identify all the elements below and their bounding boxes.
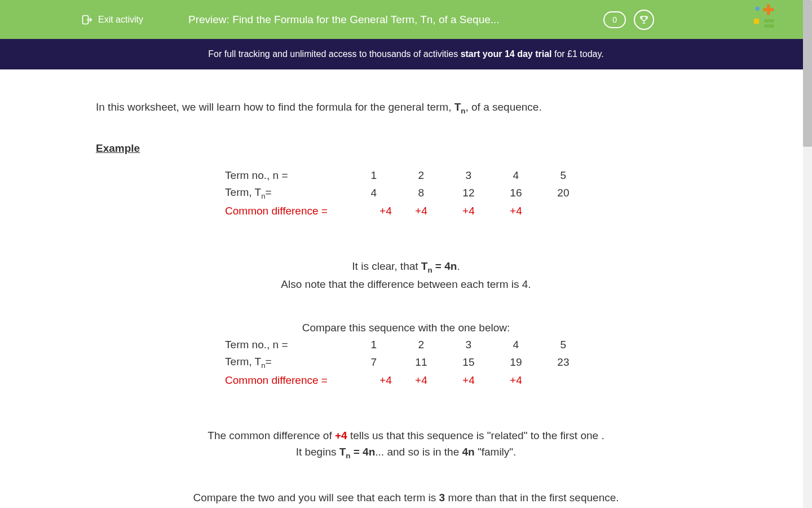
scrollbar[interactable] — [803, 0, 812, 508]
cell: +4 — [350, 203, 398, 220]
cell: 8 — [398, 184, 445, 203]
lbl-sub: n — [261, 361, 265, 370]
cell: 3 — [445, 336, 492, 353]
cell: 19 — [492, 353, 540, 372]
table-row: Term, Tn= 4 8 12 16 20 — [225, 184, 587, 203]
svg-rect-4 — [764, 19, 774, 23]
sequence-table-1: Term no., n = 1 2 3 4 5 Term, Tn= 4 8 12… — [225, 167, 587, 220]
p5-4n: 4n — [462, 446, 475, 458]
svg-point-1 — [756, 7, 760, 11]
cell: 2 — [398, 167, 445, 184]
explain-p4: The common difference of +4 tells us tha… — [96, 427, 716, 444]
table-row: Term no., n = 1 2 3 4 5 — [225, 336, 587, 353]
lbl-post: = — [266, 356, 272, 367]
intro-text: In this worksheet, we will learn how to … — [96, 101, 716, 115]
p4-post: tells us that this sequence is "related"… — [347, 430, 604, 441]
cell: +4 — [445, 203, 492, 220]
equation: 7 = 4 + 3 — [96, 506, 716, 508]
equation-list: 7 = 4 + 3 11 = 8 + 3 15 = 12 + 3 — [96, 506, 716, 508]
p1-pre: It is clear, that — [352, 260, 421, 272]
explain-p6: Compare the two and you will see that ea… — [96, 489, 716, 506]
row-label: Term, Tn= — [225, 353, 350, 372]
example-heading: Example — [96, 142, 716, 155]
p1-sub: n — [427, 265, 432, 274]
sequence-table-2: Term no., n = 1 2 3 4 5 Term, Tn= 7 11 1… — [225, 336, 587, 389]
cell: 5 — [540, 336, 587, 353]
p4-pre: The common difference of — [208, 430, 335, 441]
p1-suffix: . — [457, 260, 460, 272]
row-label: Common difference = — [225, 203, 350, 220]
explain-p5: It begins Tn = 4n... and so is in the 4n… — [96, 444, 716, 462]
badge-group: 0 — [603, 10, 654, 30]
p5-mid: ... and so is in the — [375, 446, 462, 458]
cell: 23 — [540, 353, 587, 372]
cell: +4 — [492, 203, 540, 220]
p6-post: more than that in the first sequence. — [445, 492, 619, 503]
trophy-button[interactable] — [634, 10, 654, 30]
worksheet-content: In this worksheet, we will learn how to … — [96, 69, 716, 508]
table-row: Common difference = +4 +4 +4 +4 — [225, 372, 587, 389]
row-label: Common difference = — [225, 372, 350, 389]
p4-red: +4 — [335, 430, 347, 441]
page-title: Preview: Find the Formula for the Genera… — [188, 14, 500, 26]
row-label: Term no., n = — [225, 167, 350, 184]
cell: 16 — [492, 184, 540, 203]
table-row: Term no., n = 1 2 3 4 5 — [225, 167, 587, 184]
cell: +4 — [350, 372, 398, 389]
cell: +4 — [398, 203, 445, 220]
svg-rect-5 — [764, 24, 774, 28]
p5-suffix: "family". — [475, 446, 517, 458]
scrollbar-thumb[interactable] — [803, 0, 812, 147]
cell: 4 — [492, 336, 540, 353]
p5-t: T — [339, 446, 346, 458]
table-row: Term, Tn= 7 11 15 19 23 — [225, 353, 587, 372]
trophy-icon — [639, 15, 649, 25]
cell: 4 — [492, 167, 540, 184]
explain-p3: Compare this sequence with the one below… — [96, 319, 716, 336]
cell: 1 — [350, 336, 398, 353]
cell: 5 — [540, 167, 587, 184]
cell: 11 — [398, 353, 445, 372]
p1-formula: Tn = 4n — [421, 260, 457, 272]
p5-post: = 4n — [350, 446, 375, 458]
lbl-post: = — [266, 186, 272, 198]
row-label: Term no., n = — [225, 336, 350, 353]
cell: 20 — [540, 184, 587, 203]
p1-t: T — [421, 260, 428, 272]
p6-pre: Compare the two and you will see that ea… — [193, 492, 439, 503]
cell: 12 — [445, 184, 492, 203]
lbl-pre: Term, T — [225, 186, 261, 198]
cell: 4 — [350, 184, 398, 203]
brand-logo-icon — [752, 3, 784, 35]
svg-rect-3 — [764, 8, 774, 11]
intro-prefix: In this worksheet, we will learn how to … — [96, 101, 454, 113]
exit-activity-button[interactable]: Exit activity — [81, 14, 143, 25]
lbl-sub: n — [261, 192, 265, 200]
explain-p1: It is clear, that Tn = 4n. — [96, 258, 716, 276]
row-label: Term, Tn= — [225, 184, 350, 203]
cell: +4 — [398, 372, 445, 389]
promo-prefix: For full tracking and unlimited access t… — [208, 49, 460, 59]
promo-banner[interactable]: For full tracking and unlimited access t… — [0, 39, 812, 69]
exit-icon — [81, 14, 92, 25]
cell: +4 — [492, 372, 540, 389]
table-row: Common difference = +4 +4 +4 +4 — [225, 203, 587, 220]
cell: +4 — [445, 372, 492, 389]
cell: 7 — [350, 353, 398, 372]
p5-formula: Tn = 4n — [339, 446, 376, 458]
promo-suffix: for £1 today. — [551, 49, 603, 59]
cell: 2 — [398, 336, 445, 353]
p6-bold: 3 — [439, 492, 445, 503]
cell: 15 — [445, 353, 492, 372]
exit-label: Exit activity — [98, 15, 143, 25]
cell: 1 — [350, 167, 398, 184]
intro-t: T — [454, 101, 461, 113]
promo-bold: start your 14 day trial — [461, 49, 552, 59]
intro-tn: Tn — [454, 101, 466, 113]
score-pill[interactable]: 0 — [603, 11, 626, 28]
explain-p2: Also note that the difference between ea… — [96, 276, 716, 292]
cell: 3 — [445, 167, 492, 184]
intro-suffix: , of a sequence. — [465, 101, 541, 113]
p5-pre: It begins — [296, 446, 339, 458]
lbl-pre: Term, T — [225, 356, 261, 367]
